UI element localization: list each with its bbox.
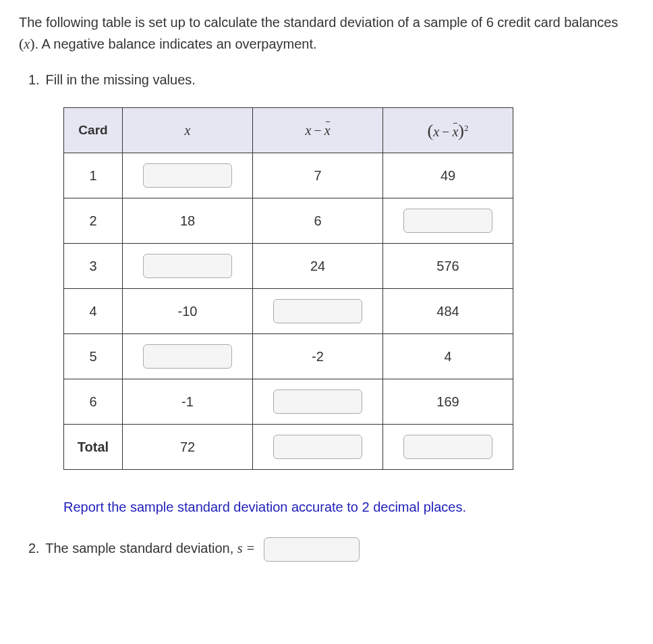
- dev-cell: [253, 289, 383, 334]
- card-cell: 5: [64, 334, 123, 379]
- question-2: 2. The sample standard deviation, s =: [28, 537, 634, 562]
- x-cell: -1: [123, 379, 253, 425]
- total-dev-input[interactable]: [273, 435, 362, 459]
- total-x: 72: [123, 425, 253, 470]
- dev-cell: 24: [253, 244, 383, 289]
- sq-cell: 484: [383, 289, 513, 334]
- sq-cell: 49: [383, 153, 513, 198]
- header-row: Card x x−x (x−x)2: [64, 108, 513, 153]
- x-input[interactable]: [143, 254, 232, 278]
- x-cell: [123, 334, 253, 379]
- q2-var: s: [237, 541, 243, 556]
- total-dev: [253, 425, 383, 470]
- hint-text: Report the sample standard deviation acc…: [63, 497, 634, 517]
- sd-input[interactable]: [264, 537, 360, 562]
- header-card: Card: [64, 108, 123, 153]
- q2-text: The sample standard deviation,: [45, 541, 237, 556]
- x-cell: [123, 244, 253, 289]
- total-sq: [383, 425, 513, 470]
- card-cell: 1: [64, 153, 123, 198]
- intro-text: The following table is set up to calcula…: [19, 12, 634, 55]
- table-row: 5 -2 4: [64, 334, 513, 379]
- x-cell: [123, 153, 253, 198]
- card-cell: 4: [64, 289, 123, 334]
- x-input[interactable]: [143, 163, 232, 188]
- q1-text: Fill in the missing values.: [46, 72, 196, 87]
- table-row: 2 18 6: [64, 198, 513, 244]
- table-row: 6 -1 169: [64, 379, 513, 425]
- x-cell: -10: [123, 289, 253, 334]
- dev-cell: -2: [253, 334, 383, 379]
- total-sq-input[interactable]: [403, 435, 492, 459]
- header-x: x: [123, 108, 253, 153]
- intro-var: x: [24, 36, 30, 51]
- q2-number: 2.: [28, 538, 42, 558]
- dev-input[interactable]: [273, 390, 362, 414]
- dev-cell: 7: [253, 153, 383, 198]
- data-table: Card x x−x (x−x)2 1 7 49 2 18 6: [63, 107, 513, 470]
- question-1: 1. Fill in the missing values. Card x x−…: [28, 70, 634, 517]
- intro-part2: . A negative balance indicates an overpa…: [35, 36, 317, 51]
- dev-cell: [253, 379, 383, 425]
- q2-eq: =: [243, 541, 259, 556]
- sq-input[interactable]: [403, 209, 492, 233]
- total-label: Total: [64, 425, 123, 470]
- table-row: 1 7 49: [64, 153, 513, 198]
- table-row: 3 24 576: [64, 244, 513, 289]
- total-row: Total 72: [64, 425, 513, 470]
- header-deviation: x−x: [253, 108, 383, 153]
- header-squared: (x−x)2: [383, 108, 513, 153]
- q1-number: 1.: [28, 70, 42, 90]
- sq-cell: 169: [383, 379, 513, 425]
- table-row: 4 -10 484: [64, 289, 513, 334]
- sq-cell: [383, 198, 513, 244]
- sq-cell: 4: [383, 334, 513, 379]
- x-cell: 18: [123, 198, 253, 244]
- dev-cell: 6: [253, 198, 383, 244]
- card-cell: 3: [64, 244, 123, 289]
- card-cell: 6: [64, 379, 123, 425]
- card-cell: 2: [64, 198, 123, 244]
- intro-part1: The following table is set up to calcula…: [19, 15, 618, 30]
- dev-input[interactable]: [273, 299, 362, 323]
- sq-cell: 576: [383, 244, 513, 289]
- x-input[interactable]: [143, 344, 232, 369]
